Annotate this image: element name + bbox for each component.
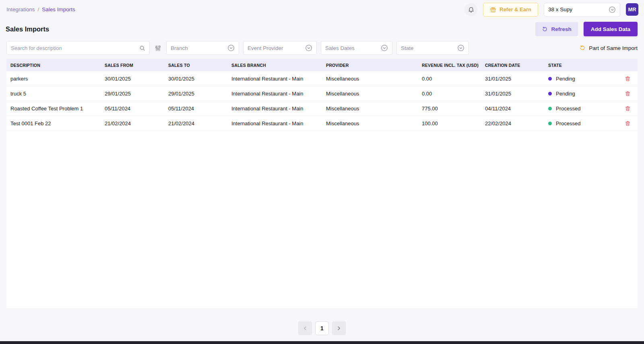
state-label: Processed: [556, 120, 580, 126]
pagination-next-button[interactable]: [332, 321, 346, 335]
table-row[interactable]: Roasted Coffee Test Problem 1 05/11/2024…: [6, 101, 638, 116]
cell-sales-from: 05/11/2024: [101, 106, 164, 112]
bell-icon: [468, 6, 475, 13]
cell-state: Processed: [544, 106, 617, 112]
search-icon: [139, 45, 145, 51]
trash-icon: [625, 120, 631, 126]
chevron-left-icon: [302, 325, 308, 331]
refer-earn-button[interactable]: Refer & Earn: [483, 3, 538, 17]
state-dot: [548, 107, 552, 110]
delete-button[interactable]: [623, 104, 632, 113]
chevron-down-circle-icon: [609, 6, 616, 13]
state-filter[interactable]: State: [396, 41, 469, 55]
cell-state: Processed: [544, 120, 617, 126]
cell-sales-to: 21/02/2024: [164, 120, 227, 126]
state-dot: [548, 92, 552, 95]
trash-icon: [625, 106, 631, 112]
delete-button[interactable]: [623, 119, 632, 128]
trash-icon: [625, 91, 631, 97]
refresh-icon: [542, 26, 548, 32]
header-actions: Refresh Add Sales Data: [535, 22, 638, 36]
table-empty-area: [6, 131, 638, 308]
refresh-label: Refresh: [551, 26, 571, 32]
table-row[interactable]: Test 0001 Feb 22 21/02/2024 21/02/2024 I…: [6, 116, 638, 131]
cell-sales-to: 29/01/2025: [164, 91, 227, 97]
org-selector[interactable]: 38 x Supy: [544, 3, 620, 17]
refresh-button[interactable]: Refresh: [535, 22, 578, 36]
table-row[interactable]: parkers 30/01/2025 30/01/2025 Internatio…: [6, 71, 638, 86]
sales-dates-filter[interactable]: Sales Dates: [321, 41, 392, 55]
cell-sales-branch: International Restaurant - Main: [227, 91, 322, 97]
state-label: Pending: [556, 91, 575, 97]
cell-provider: Miscellaneous: [322, 76, 418, 82]
cell-sales-from: 29/01/2025: [101, 91, 164, 97]
state-dot: [548, 122, 552, 125]
breadcrumb-separator: /: [38, 6, 39, 12]
event-provider-filter-label: Event Provider: [248, 45, 283, 51]
pagination-page-1[interactable]: 1: [315, 321, 329, 335]
state-label: Processed: [556, 106, 580, 112]
cell-description: parkers: [6, 76, 101, 82]
breadcrumb: Integrations / Sales Imports: [6, 6, 75, 12]
filters-bar: Branch Event Provider Sales Dates State: [0, 41, 644, 55]
sales-imports-table: DESCRIPTION SALES FROM SALES TO SALES BR…: [6, 59, 638, 308]
bottom-edge-bar: [0, 341, 644, 344]
page-header: Sales Imports Refresh Add Sales Data: [0, 16, 644, 41]
org-selector-value: 38 x Supy: [548, 6, 572, 12]
sales-dates-filter-label: Sales Dates: [325, 45, 355, 51]
topbar-right: Refer & Earn 38 x Supy MR: [464, 3, 638, 17]
notifications-button[interactable]: [464, 3, 477, 16]
cell-state: Pending: [544, 91, 617, 97]
table-header-row: DESCRIPTION SALES FROM SALES TO SALES BR…: [6, 59, 638, 71]
state-filter-label: State: [401, 45, 414, 51]
cell-provider: Miscellaneous: [322, 120, 418, 126]
delete-button[interactable]: [623, 89, 632, 98]
cell-sales-to: 05/11/2024: [164, 106, 227, 112]
chevron-down-circle-icon: [305, 44, 312, 52]
gift-icon: [490, 6, 496, 13]
pagination-prev-button[interactable]: [298, 321, 312, 335]
branch-filter[interactable]: Branch: [166, 41, 239, 55]
same-import-legend: Part of Same Import: [579, 45, 638, 51]
search-input[interactable]: [11, 45, 136, 51]
cell-revenue: 0.00: [418, 91, 481, 97]
user-avatar[interactable]: MR: [626, 3, 638, 16]
column-header-sales-to: SALES TO: [164, 63, 227, 68]
column-header-creation-date: CREATION DATE: [481, 63, 544, 68]
page-title: Sales Imports: [6, 25, 49, 33]
branch-filter-label: Branch: [171, 45, 188, 51]
search-box: [6, 41, 150, 55]
breadcrumb-current-sales-imports[interactable]: Sales Imports: [42, 6, 75, 12]
cell-creation-date: 22/02/2024: [481, 120, 544, 126]
filter-settings-button[interactable]: [154, 45, 162, 52]
column-header-description: DESCRIPTION: [6, 63, 101, 68]
column-header-revenue: REVENUE INCL. TAX (USD): [418, 63, 481, 68]
cell-description: truck 5: [6, 91, 101, 97]
cell-sales-branch: International Restaurant - Main: [227, 120, 322, 126]
state-label: Pending: [556, 76, 575, 82]
cell-sales-branch: International Restaurant - Main: [227, 106, 322, 112]
chevron-down-circle-icon: [457, 44, 464, 52]
event-provider-filter[interactable]: Event Provider: [243, 41, 317, 55]
table-row[interactable]: truck 5 29/01/2025 29/01/2025 Internatio…: [6, 86, 638, 101]
cell-creation-date: 31/01/2025: [481, 76, 544, 82]
chevron-down-circle-icon: [381, 44, 388, 52]
breadcrumb-link-integrations[interactable]: Integrations: [6, 6, 35, 12]
same-import-legend-label: Part of Same Import: [589, 45, 638, 51]
cell-sales-from: 30/01/2025: [101, 76, 164, 82]
cell-revenue: 0.00: [418, 76, 481, 82]
same-import-sync-icon: [579, 45, 586, 51]
add-sales-data-button[interactable]: Add Sales Data: [584, 22, 638, 36]
pagination: 1: [0, 321, 644, 335]
delete-button[interactable]: [623, 74, 632, 83]
sliders-icon: [155, 45, 161, 52]
state-dot: [548, 77, 552, 81]
column-header-provider: PROVIDER: [322, 63, 418, 68]
chevron-down-circle-icon: [227, 44, 235, 52]
cell-provider: Miscellaneous: [322, 106, 418, 112]
cell-sales-from: 21/02/2024: [101, 120, 164, 126]
cell-provider: Miscellaneous: [322, 91, 418, 97]
cell-creation-date: 04/11/2024: [481, 106, 544, 112]
cell-creation-date: 31/01/2025: [481, 91, 544, 97]
column-header-state: STATE: [544, 63, 617, 68]
